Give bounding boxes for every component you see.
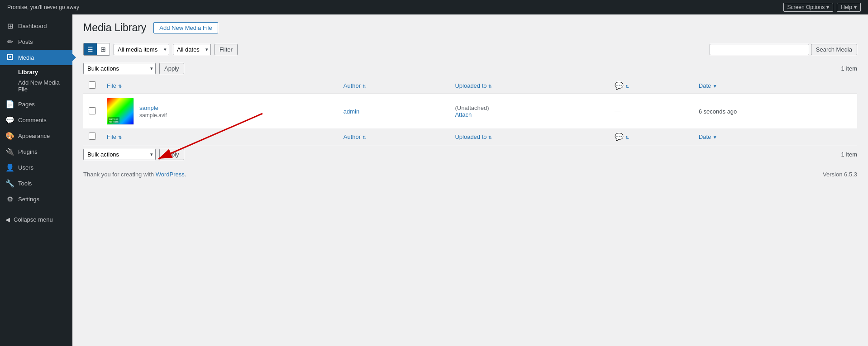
grid-view-button[interactable]: ⊞ <box>97 43 110 55</box>
wordpress-link[interactable]: WordPress <box>156 171 185 178</box>
grid-view-icon: ⊞ <box>100 46 106 53</box>
filter-button[interactable]: Filter <box>215 44 238 55</box>
bulk-left-top: Bulk actions Apply <box>83 63 184 74</box>
unattached-label: (Unattached) <box>455 104 489 111</box>
page-title: Media Library <box>83 22 146 34</box>
plugins-icon: 🔌 <box>5 147 14 156</box>
file-column-footer[interactable]: File ⇅ <box>101 129 338 145</box>
date-sort-icon: ▼ <box>713 84 717 89</box>
search-input[interactable] <box>710 44 809 55</box>
admin-bar-promise: Promise, you'll never go away <box>7 4 79 10</box>
uploaded-to-column-footer[interactable]: Uploaded to ⇅ <box>449 129 609 145</box>
file-name-area: sample sample.avif <box>139 104 167 118</box>
table-footer-header-row: File ⇅ Author ⇅ Uploaded to ⇅ 💬 <box>83 129 857 145</box>
comments-column-footer[interactable]: 💬 ⇅ <box>609 129 693 145</box>
sidebar-item-comments[interactable]: 💬 Comments <box>0 112 72 128</box>
author-cell: admin <box>338 94 450 129</box>
uploaded-to-column-header[interactable]: Uploaded to ⇅ <box>449 78 609 94</box>
apply-button-top[interactable]: Apply <box>159 63 184 74</box>
file-sort-icon-bottom: ⇅ <box>118 135 122 140</box>
file-extension: sample.avif <box>139 112 167 118</box>
chevron-down-icon: ▾ <box>854 4 857 10</box>
bulk-actions-select-top[interactable]: Bulk actions <box>83 63 156 74</box>
sidebar-item-users[interactable]: 👤 Users <box>0 160 72 175</box>
admin-bar: Promise, you'll never go away Screen Opt… <box>0 0 868 14</box>
users-icon: 👤 <box>5 163 14 172</box>
comments-column-header[interactable]: 💬 ⇅ <box>609 78 693 94</box>
sidebar-item-posts[interactable]: ✏ Posts <box>0 34 72 50</box>
bulk-left-bottom: Bulk actions Apply <box>83 149 184 160</box>
select-all-checkbox-bottom[interactable] <box>89 133 96 140</box>
date-sort-icon-bottom: ▼ <box>713 135 717 140</box>
author-sort-icon: ⇅ <box>362 84 366 89</box>
footer-text: Thank you for creating with WordPress. <box>83 171 186 178</box>
bulk-bar-top: Bulk actions Apply 1 item <box>83 59 857 78</box>
sidebar-item-settings[interactable]: ⚙ Settings <box>0 191 72 207</box>
media-filter-wrapper: All media items <box>114 44 169 55</box>
row-checkbox[interactable] <box>89 107 96 114</box>
bulk-actions-select-bottom[interactable]: Bulk actions <box>83 149 156 160</box>
table-area: Bulk actions Apply 1 item File <box>72 59 868 164</box>
file-thumbnail: samplefile.com <box>107 98 134 125</box>
file-cell: samplefile.com sample sample.avif <box>101 94 338 129</box>
select-all-footer-header <box>83 129 101 145</box>
sidebar-item-tools[interactable]: 🔧 Tools <box>0 175 72 191</box>
tools-icon: 🔧 <box>5 179 14 188</box>
collapse-menu[interactable]: ◀ Collapse menu <box>0 211 72 228</box>
select-all-checkbox[interactable] <box>89 81 96 89</box>
date-filter-select[interactable]: All dates <box>173 44 211 55</box>
screen-options-button[interactable]: Screen Options ▾ <box>783 3 834 12</box>
table-row: samplefile.com sample sample.avif admin <box>83 94 857 129</box>
row-checkbox-cell <box>83 94 101 129</box>
select-all-header <box>83 78 101 94</box>
date-filter-wrapper: All dates <box>173 44 211 55</box>
comments-sort-icon: ⇅ <box>625 84 629 89</box>
file-info: samplefile.com sample sample.avif <box>107 98 333 125</box>
date-value: 6 seconds ago <box>699 108 737 115</box>
page-footer: Thank you for creating with WordPress. V… <box>72 164 868 185</box>
chevron-down-icon: ▾ <box>826 4 829 10</box>
sidebar-media-submenu: Library Add New Media File <box>0 65 72 96</box>
uploaded-sort-icon-bottom: ⇅ <box>488 135 492 140</box>
uploaded-sort-icon: ⇅ <box>488 84 492 89</box>
sidebar: ⊞ Dashboard ✏ Posts 🖼 Media Library Add … <box>0 14 72 346</box>
search-media-button[interactable]: Search Media <box>811 44 857 55</box>
file-sort-icon: ⇅ <box>118 84 122 89</box>
date-cell: 6 seconds ago <box>693 94 857 129</box>
item-count-top: 1 item <box>841 65 857 72</box>
date-column-header[interactable]: Date ▼ <box>693 78 857 94</box>
list-view-icon: ☰ <box>87 46 93 53</box>
author-column-footer[interactable]: Author ⇅ <box>338 129 450 145</box>
apply-button-bottom[interactable]: Apply <box>159 149 184 160</box>
search-area: Search Media <box>710 44 857 55</box>
file-name-link[interactable]: sample <box>139 104 158 111</box>
bulk-actions-wrapper-top: Bulk actions <box>83 63 156 74</box>
sidebar-item-media[interactable]: 🖼 Media <box>0 50 72 65</box>
sidebar-sub-add-new[interactable]: Add New Media File <box>14 77 72 95</box>
author-link[interactable]: admin <box>343 108 359 115</box>
main-content: Media Library Add New Media File ☰ ⊞ All… <box>72 14 868 346</box>
file-column-header[interactable]: File ⇅ <box>101 78 338 94</box>
toolbar: ☰ ⊞ All media items All dates Filter Sea… <box>72 39 868 59</box>
table-header-row: File ⇅ Author ⇅ Uploaded to ⇅ 💬 <box>83 78 857 94</box>
sidebar-item-dashboard[interactable]: ⊞ Dashboard <box>0 18 72 34</box>
help-button[interactable]: Help ▾ <box>837 3 861 12</box>
sidebar-item-pages[interactable]: 📄 Pages <box>0 96 72 112</box>
add-new-media-button[interactable]: Add New Media File <box>153 22 218 33</box>
sidebar-item-appearance[interactable]: 🎨 Appearance <box>0 128 72 144</box>
appearance-icon: 🎨 <box>5 132 14 140</box>
comment-column-icon-bottom: 💬 <box>615 133 624 141</box>
item-count-bottom: 1 item <box>841 151 857 158</box>
date-column-footer[interactable]: Date ▼ <box>693 129 857 145</box>
media-icon: 🖼 <box>5 53 14 62</box>
view-toggle: ☰ ⊞ <box>83 43 110 56</box>
media-type-select[interactable]: All media items <box>114 44 169 55</box>
uploaded-to-cell: (Unattached) Attach <box>449 94 609 129</box>
author-column-header[interactable]: Author ⇅ <box>338 78 450 94</box>
comments-value: — <box>615 108 620 115</box>
sidebar-sub-library[interactable]: Library <box>14 67 72 77</box>
bulk-actions-wrapper-bottom: Bulk actions <box>83 149 156 160</box>
attach-link[interactable]: Attach <box>455 111 604 118</box>
list-view-button[interactable]: ☰ <box>84 43 97 55</box>
sidebar-item-plugins[interactable]: 🔌 Plugins <box>0 144 72 160</box>
